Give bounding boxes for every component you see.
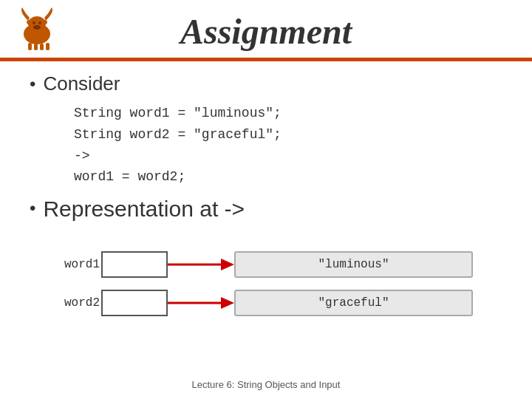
diagram: word1 "luminous" word2 "gracef bbox=[59, 251, 473, 316]
slide: Assignment • Consider String word1 = "lu… bbox=[0, 0, 532, 399]
svg-marker-14 bbox=[221, 297, 234, 309]
arrow-word2 bbox=[168, 290, 234, 316]
representation-label: Representation at -> bbox=[43, 197, 245, 222]
svg-rect-9 bbox=[40, 44, 44, 50]
svg-point-6 bbox=[33, 25, 41, 30]
svg-point-3 bbox=[41, 20, 47, 24]
svg-rect-7 bbox=[28, 43, 32, 50]
var-box-word1 bbox=[101, 251, 168, 278]
diagram-row-word2: word2 "graceful" bbox=[59, 290, 473, 316]
bullet-point-2: • bbox=[30, 198, 35, 219]
code-block: String word1 = "luminous"; String word2 … bbox=[74, 103, 502, 188]
logo bbox=[13, 6, 61, 53]
bullet-representation: • Representation at -> bbox=[30, 197, 502, 222]
code-line-4: word1 = word2; bbox=[74, 166, 502, 188]
svg-point-2 bbox=[27, 20, 33, 24]
code-line-1: String word1 = "luminous"; bbox=[74, 103, 502, 124]
svg-marker-12 bbox=[221, 259, 234, 270]
footer: Lecture 6: String Objects and Input bbox=[0, 379, 532, 390]
value-box-word1: "luminous" bbox=[234, 251, 473, 278]
bullet-consider: • Consider bbox=[30, 72, 502, 95]
bullet-point-1: • bbox=[30, 74, 35, 95]
code-line-2: String word2 = "graceful"; bbox=[74, 124, 502, 146]
header: Assignment bbox=[0, 0, 532, 52]
code-line-3: -> bbox=[74, 146, 502, 167]
svg-rect-8 bbox=[34, 44, 38, 50]
consider-label: Consider bbox=[43, 72, 120, 95]
arrow-word1 bbox=[168, 251, 234, 278]
svg-point-4 bbox=[33, 21, 35, 24]
value-box-word2: "graceful" bbox=[234, 290, 473, 316]
var-box-word2 bbox=[101, 290, 168, 316]
var-label-word1: word1 bbox=[59, 258, 100, 271]
svg-point-5 bbox=[38, 21, 41, 24]
var-label-word2: word2 bbox=[59, 296, 100, 310]
footer-text: Lecture 6: String Objects and Input bbox=[192, 379, 341, 390]
content: • Consider String word1 = "luminous"; St… bbox=[0, 61, 532, 240]
svg-rect-10 bbox=[46, 43, 50, 50]
diagram-row-word1: word1 "luminous" bbox=[59, 251, 473, 278]
page-title: Assignment bbox=[180, 7, 352, 52]
